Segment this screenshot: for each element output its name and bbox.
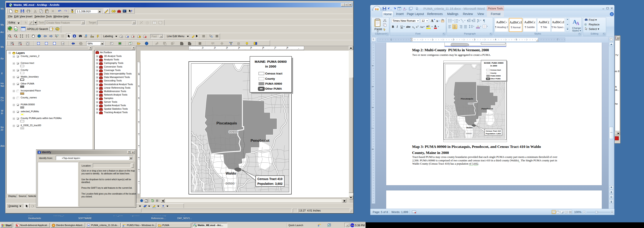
svg-text:¶: ¶: [483, 19, 485, 23]
svg-text:2: 2: [453, 38, 454, 41]
svg-text:Piscataquis: Piscataquis: [216, 121, 237, 125]
svg-text:1:1: 1:1: [62, 43, 64, 44]
svg-text:6: 6: [372, 107, 374, 108]
svg-text:Select ▾: Select ▾: [589, 27, 599, 31]
svg-text:|4: |4: [238, 46, 240, 49]
svg-text:Paste: Paste: [374, 27, 382, 31]
svg-text:?: ?: [52, 28, 54, 31]
svg-text:8: 8: [138, 97, 140, 98]
svg-text:7: 7: [372, 128, 374, 129]
svg-text:3: 3: [454, 21, 455, 23]
svg-text:2: 2: [414, 27, 415, 29]
svg-text:Find ▾: Find ▾: [589, 18, 597, 21]
svg-text:B: B: [392, 25, 394, 28]
svg-text:|5: |5: [250, 46, 252, 49]
svg-text:3: 3: [138, 157, 140, 158]
svg-text:Census Tract 410: Census Tract 410: [258, 177, 282, 181]
svg-text:Replace: Replace: [589, 23, 600, 26]
svg-text:Aa: Aa: [442, 18, 444, 21]
svg-text:9: 9: [138, 85, 140, 86]
svg-text:00900: 00900: [229, 130, 238, 133]
svg-text:|7: |7: [274, 46, 276, 49]
svg-text:?: ?: [611, 13, 612, 16]
svg-text:A: A: [434, 24, 436, 28]
svg-text:6: 6: [138, 121, 140, 122]
svg-text:2: 2: [418, 25, 418, 27]
svg-text:1: 1: [138, 181, 140, 182]
svg-text:5: 5: [138, 133, 140, 134]
svg-text:MAINE: PUMA 00900: MAINE: PUMA 00900: [255, 60, 287, 63]
svg-text:x: x: [416, 25, 418, 28]
svg-text:W: W: [88, 224, 90, 227]
svg-text:A: A: [477, 19, 478, 21]
svg-text:Z: Z: [477, 21, 478, 23]
svg-text:Aa: Aa: [420, 25, 423, 28]
svg-text:Waldo: Waldo: [226, 172, 236, 175]
svg-text:8: 8: [372, 148, 374, 150]
svg-text:x: x: [412, 25, 414, 28]
svg-text:2: 2: [138, 169, 140, 170]
svg-text:4: 4: [495, 38, 496, 41]
svg-text:1: 1: [432, 38, 433, 41]
svg-text:|2: |2: [214, 46, 216, 49]
svg-text:10: 10: [138, 73, 140, 75]
svg-text:in 2000: in 2000: [265, 65, 276, 68]
svg-text:X Y: X Y: [85, 36, 87, 38]
svg-text:County: County: [265, 77, 275, 80]
svg-text:?: ?: [58, 29, 60, 31]
svg-text:Penobscot: Penobscot: [251, 138, 270, 143]
svg-text:|8: |8: [287, 46, 288, 49]
svg-text:e: e: [123, 224, 124, 227]
svg-text:U: U: [400, 25, 403, 28]
svg-text:4: 4: [372, 65, 374, 66]
svg-text:3: 3: [474, 38, 475, 41]
svg-text:00500: 00500: [226, 182, 234, 185]
svg-text:A: A: [431, 19, 434, 23]
svg-text:?: ?: [130, 9, 132, 13]
svg-text:5: 5: [372, 86, 374, 87]
svg-text:abe: abe: [406, 25, 410, 28]
svg-text:e: e: [318, 224, 320, 227]
svg-text:|1: |1: [202, 46, 204, 49]
svg-text:7: 7: [138, 109, 140, 110]
svg-text:|6: |6: [262, 46, 264, 49]
svg-text:Census tract: Census tract: [265, 72, 282, 75]
svg-text:4: 4: [138, 145, 140, 146]
svg-text:Other PUMA: Other PUMA: [265, 87, 282, 90]
svg-text:|3: |3: [226, 46, 228, 49]
svg-text:ab: ab: [584, 23, 586, 25]
svg-text:Population: 3,602: Population: 3,602: [258, 182, 282, 185]
svg-text:A: A: [576, 21, 580, 26]
svg-text:PUMA 00900: PUMA 00900: [265, 82, 282, 85]
svg-text:5: 5: [516, 38, 517, 41]
svg-text:1: 1: [390, 38, 392, 41]
svg-text:I: I: [396, 25, 398, 28]
svg-text:7: 7: [557, 38, 558, 41]
svg-text:A: A: [436, 19, 438, 23]
